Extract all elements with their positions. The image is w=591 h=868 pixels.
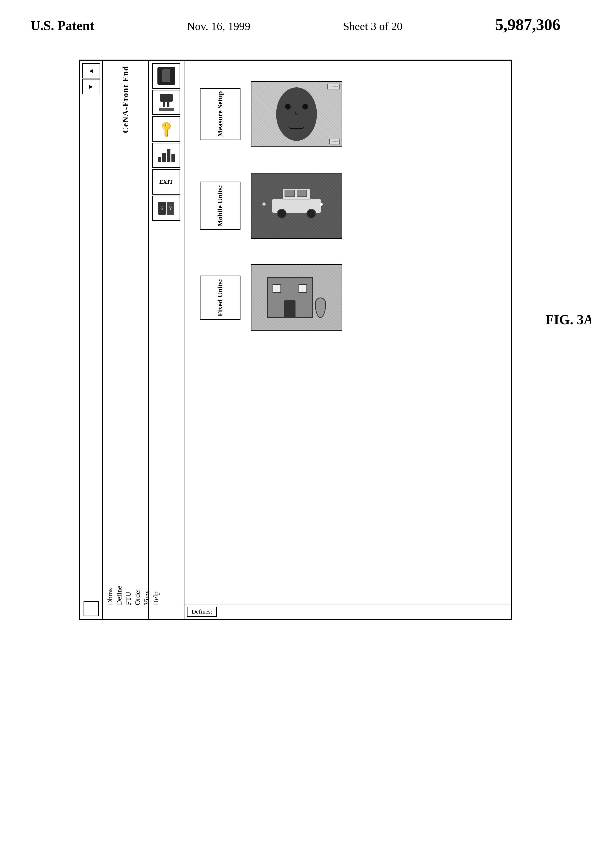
app-title: CeNA-Front End: [121, 66, 130, 133]
mobile-units-label: Mobile Units:: [216, 185, 224, 227]
menu-ftu[interactable]: FTU: [124, 585, 133, 606]
menu-help[interactable]: Help: [151, 585, 161, 606]
mobile-units-item: Mobile Units:: [200, 173, 496, 239]
menu-view[interactable]: View: [142, 585, 151, 606]
measure-setup-item: Measure Setup: [200, 81, 496, 147]
content-area: Measure Setup: [185, 61, 511, 604]
patent-date: Nov. 16, 1999: [187, 20, 250, 33]
fixed-units-label-box: Fixed Units:: [200, 276, 241, 320]
fixed-units-label: Fixed Units:: [216, 279, 224, 316]
toolbar-btn-chart[interactable]: [152, 143, 180, 168]
mobile-units-image: ✦: [251, 173, 342, 239]
page-header: U.S. Patent Nov. 16, 1999 Sheet 3 of 20 …: [0, 0, 591, 44]
toolbar-btn-exit[interactable]: EXIT: [152, 169, 180, 195]
toolbar-btn-key[interactable]: 🔑: [152, 116, 180, 142]
measure-setup-image: ~~~~~ ~~~~: [251, 81, 342, 147]
status-bar: Defines:: [185, 604, 511, 619]
toolbar-btn-phone[interactable]: [152, 63, 180, 89]
patent-number: 5,987,306: [495, 15, 560, 34]
menu-define[interactable]: Define: [115, 585, 124, 606]
menu-order[interactable]: Order: [133, 585, 142, 606]
measure-setup-label: Measure Setup: [216, 91, 224, 137]
measure-setup-label-box: Measure Setup: [200, 88, 241, 140]
fixed-units-image: [251, 264, 342, 331]
mobile-units-label-box: Mobile Units:: [200, 182, 241, 230]
toolbar-btn-plug[interactable]: [152, 90, 180, 115]
defines-tab[interactable]: Defines:: [187, 607, 217, 617]
scroll-up-button[interactable]: ◄: [82, 63, 100, 78]
menu-column: CeNA-Front End Dbms Define FTU Order Vie…: [103, 61, 149, 619]
bottom-square-icon: [84, 601, 99, 616]
scroll-down-button[interactable]: ►: [82, 79, 100, 94]
scroll-column: ◄ ►: [80, 61, 103, 619]
sheet-number: Sheet 3 of 20: [343, 20, 402, 33]
toolbar-btn-question[interactable]: i ?: [152, 196, 180, 221]
main-panel: Measure Setup: [185, 61, 511, 619]
fixed-units-item: Fixed Units:: [200, 264, 496, 331]
figure-label: FIG. 3A: [545, 312, 591, 328]
menu-dbms[interactable]: Dbms: [105, 585, 115, 606]
toolbar-column: 🔑 EXIT: [149, 61, 185, 619]
patent-org: U.S. Patent: [31, 18, 94, 33]
drawing-wrapper: ◄ ► CeNA-Front End Dbms Define FTU Or: [79, 60, 512, 620]
exit-label: EXIT: [160, 179, 173, 185]
main-content: ◄ ► CeNA-Front End Dbms Define FTU Or: [0, 44, 591, 620]
patent-drawing: ◄ ► CeNA-Front End Dbms Define FTU Or: [79, 60, 512, 620]
